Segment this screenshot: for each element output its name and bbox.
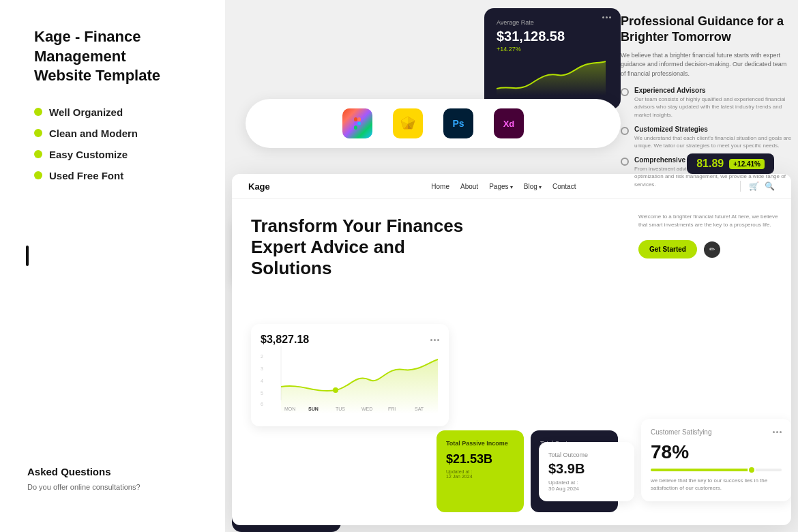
customer-card: Customer Satisfying 78% we believe that …	[641, 419, 791, 501]
passive-income-amount: $21.53B	[446, 452, 514, 467]
customer-card-menu[interactable]	[773, 431, 782, 433]
guidance-radio	[621, 88, 629, 96]
svg-text:SAT: SAT	[415, 407, 424, 411]
svg-point-5	[357, 122, 361, 125]
guidance-item-2: Customized Strategies We understand that…	[621, 125, 791, 149]
feature-dot	[34, 108, 42, 116]
edit-icon[interactable]: ✏	[704, 241, 720, 258]
svg-text:FRI: FRI	[388, 407, 396, 411]
feature-item: Easy Customize	[34, 149, 191, 160]
feature-dot	[34, 171, 42, 179]
feature-dot	[34, 150, 42, 158]
asked-questions-sub: Do you offer online consultations?	[27, 483, 141, 491]
svg-text:4: 4	[261, 379, 263, 383]
xd-icon: Xd	[494, 108, 524, 138]
outcome-date: Updated at : 30 Aug 2024	[548, 479, 625, 492]
tools-pill: Ps Xd	[246, 99, 621, 148]
nav-blog[interactable]: Blog	[524, 183, 542, 190]
guidance-radio	[621, 127, 629, 135]
feature-item: Clean and Modern	[34, 128, 191, 139]
welcome-text: Welcome to a brighter financial future! …	[638, 213, 780, 229]
feature-item: Used Free Font	[34, 170, 191, 181]
svg-text:WED: WED	[361, 407, 372, 411]
nav-logo: Kage	[248, 181, 270, 192]
passive-income-date: Updated at : 12 Jan 2024	[446, 469, 514, 479]
nav-pages[interactable]: Pages	[489, 183, 513, 190]
hero-title: Transform Your Finances Expert Advice an…	[251, 216, 608, 280]
svg-text:5: 5	[261, 391, 263, 396]
pro-guidance-subtitle: We believe that a brighter financial fut…	[621, 51, 791, 79]
outcome-card: Total Outcome $3.9B Updated at : 30 Aug …	[539, 442, 634, 501]
main-area: Average Rate $31,128.58 +14.27%	[225, 0, 798, 532]
svg-text:2: 2	[261, 354, 263, 359]
product-title: Kage - Finance Management Website Templa…	[34, 27, 191, 86]
customer-card-desc: we believe that the key to our success l…	[651, 477, 782, 492]
passive-income-card: Total Passive Income $21.53B Updated at …	[437, 430, 524, 512]
nav-about[interactable]: About	[460, 183, 478, 190]
chart-amount: $3,827.18	[261, 334, 309, 346]
svg-text:MON: MON	[284, 407, 295, 411]
guidance-item-title: Experienced Advisors	[634, 87, 791, 94]
progress-fill	[651, 469, 753, 471]
photoshop-icon: Ps	[443, 108, 473, 138]
badge-change: +12.41%	[729, 159, 765, 169]
get-started-button[interactable]: Get Started	[638, 240, 697, 258]
figma-icon	[342, 108, 372, 138]
preview-right-sidebar: Welcome to a brighter financial future! …	[627, 199, 791, 522]
customer-card-title: Customer Satisfying	[651, 428, 711, 436]
nav-home[interactable]: Home	[431, 183, 449, 190]
outcome-title: Total Outcome	[548, 452, 625, 458]
card-amount: $31,128.58	[497, 29, 608, 44]
website-preview-card: Kage Home About Pages Blog Contact 🛒 🔍 T…	[232, 174, 791, 525]
guidance-item-desc: Our team consists of highly qualified an…	[634, 95, 791, 119]
outcome-amount: $3.9B	[548, 461, 625, 477]
guidance-radio	[621, 158, 629, 166]
nav-contact[interactable]: Contact	[552, 183, 576, 190]
average-rate-card: Average Rate $31,128.58 +14.27%	[484, 8, 621, 109]
svg-text:3: 3	[261, 366, 263, 371]
guidance-item-1: Experienced Advisors Our team consists o…	[621, 87, 791, 119]
progress-bar	[651, 469, 782, 471]
svg-text:6: 6	[261, 402, 263, 407]
nav-links: Home About Pages Blog Contact	[431, 183, 576, 190]
preview-body: Transform Your Finances Expert Advice an…	[232, 199, 791, 522]
asked-questions-section: Asked Questions Do you offer online cons…	[27, 466, 141, 491]
badge-value: 81.89	[696, 158, 724, 170]
feature-list: Well Organized Clean and Modern Easy Cus…	[34, 106, 191, 181]
svg-text:SUN: SUN	[308, 407, 319, 411]
left-panel: Kage - Finance Management Website Templa…	[0, 0, 225, 532]
card-menu-dots[interactable]	[602, 16, 611, 18]
chart-svg: 2 3 4 5 6 M	[261, 346, 438, 414]
svg-rect-4	[354, 125, 357, 130]
svg-point-21	[333, 387, 338, 393]
svg-rect-3	[354, 121, 357, 125]
svg-rect-1	[354, 117, 357, 121]
chart-menu[interactable]	[430, 339, 439, 341]
guidance-item-title: Customized Strategies	[634, 125, 791, 133]
card-change: +14.27%	[497, 46, 608, 53]
pro-guidance-title: Professional Guidance for a Brighter Tom…	[621, 14, 791, 46]
svg-rect-2	[357, 117, 361, 121]
chart-card: $3,827.18 2 3 4 5 6	[251, 324, 449, 426]
customer-percentage: 78%	[651, 441, 782, 463]
card-chart	[497, 58, 608, 98]
feature-item: Well Organized	[34, 106, 191, 118]
guidance-item-desc: We understand that each client's financi…	[634, 134, 791, 149]
feature-dot	[34, 129, 42, 137]
left-decoration	[26, 246, 29, 266]
asked-questions-label: Asked Questions	[27, 466, 141, 477]
progress-dot	[748, 466, 756, 474]
passive-income-label: Total Passive Income	[446, 440, 514, 447]
sketch-icon	[393, 108, 423, 138]
svg-text:TUS: TUS	[336, 407, 345, 411]
card-label: Average Rate	[497, 19, 608, 26]
number-badge: 81.89 +12.41%	[687, 153, 774, 174]
